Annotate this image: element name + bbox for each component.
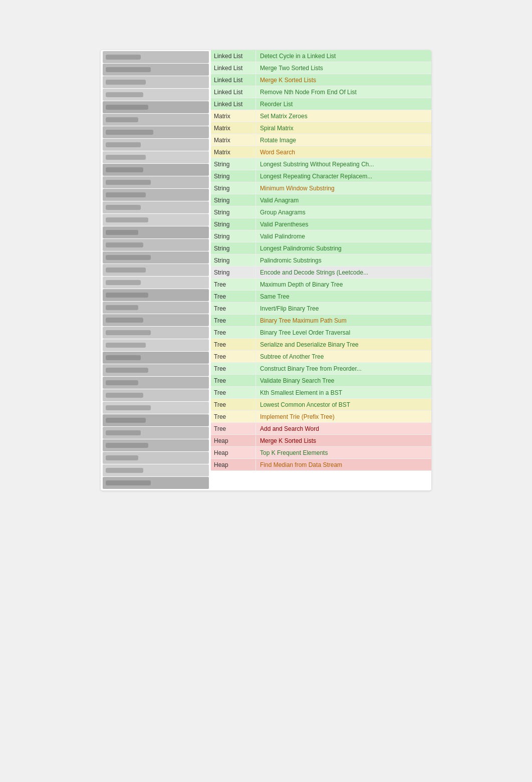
table-row[interactable]: TreeSame Tree	[211, 291, 431, 303]
category-cell: Tree	[211, 351, 256, 362]
problem-name-cell[interactable]: Valid Parentheses	[256, 219, 431, 230]
category-cell: Tree	[211, 399, 256, 410]
table-row[interactable]: MatrixWord Search	[211, 146, 431, 158]
table-row[interactable]: TreeSerialize and Deserialize Binary Tre…	[211, 339, 431, 351]
problem-name-cell[interactable]: Lowest Common Ancestor of BST	[256, 399, 431, 410]
problem-name-cell[interactable]: Reorder List	[256, 99, 431, 110]
table-row[interactable]: Linked ListMerge Two Sorted Lists	[211, 62, 431, 74]
problem-name-cell[interactable]: Invert/Flip Binary Tree	[256, 303, 431, 314]
table-row[interactable]: StringValid Palindrome	[211, 230, 431, 242]
left-row	[103, 201, 209, 213]
table-row[interactable]: TreeBinary Tree Maximum Path Sum	[211, 315, 431, 327]
category-cell: Tree	[211, 327, 256, 338]
table-row[interactable]: StringLongest Palindromic Substring	[211, 242, 431, 254]
left-row	[103, 377, 209, 389]
problem-name-cell[interactable]: Valid Palindrome	[256, 231, 431, 242]
problem-name-cell[interactable]: Validate Binary Search Tree	[256, 375, 431, 386]
table-row[interactable]: Linked ListDetect Cycle in a Linked List	[211, 50, 431, 62]
left-row	[103, 339, 209, 351]
left-row	[103, 389, 209, 401]
table-row[interactable]: StringLongest Repeating Character Replac…	[211, 170, 431, 182]
page-wrapper: Linked ListDetect Cycle in a Linked List…	[0, 0, 532, 782]
table-row[interactable]: MatrixSpiral Matrix	[211, 122, 431, 134]
problem-name-cell[interactable]: Spiral Matrix	[256, 123, 431, 134]
problem-name-cell[interactable]: Add and Search Word	[256, 423, 431, 434]
table-row[interactable]: TreeAdd and Search Word	[211, 423, 431, 435]
category-cell: String	[211, 267, 256, 278]
problem-name-cell[interactable]: Same Tree	[256, 291, 431, 302]
category-cell: Tree	[211, 279, 256, 290]
problem-name-cell[interactable]: Encode and Decode Strings (Leetcode...	[256, 267, 431, 278]
problem-name-cell[interactable]: Find Median from Data Stream	[256, 459, 431, 470]
table-row[interactable]: Linked ListRemove Nth Node From End Of L…	[211, 86, 431, 98]
left-row	[103, 364, 209, 376]
left-row	[103, 76, 209, 88]
table-row[interactable]: StringValid Parentheses	[211, 218, 431, 230]
left-row	[103, 251, 209, 264]
table-row[interactable]: TreeImplement Trie (Prefix Tree)	[211, 411, 431, 423]
table-row[interactable]: Linked ListMerge K Sorted Lists	[211, 74, 431, 86]
problem-name-cell[interactable]: Remove Nth Node From End Of List	[256, 87, 431, 98]
problem-name-cell[interactable]: Valid Anagram	[256, 195, 431, 206]
table-row[interactable]: TreeBinary Tree Level Order Traversal	[211, 327, 431, 339]
left-row	[103, 89, 209, 101]
problem-name-cell[interactable]: Top K Frequent Elements	[256, 447, 431, 458]
left-row	[103, 239, 209, 251]
table-row[interactable]: TreeValidate Binary Search Tree	[211, 375, 431, 387]
table-row[interactable]: StringMinimum Window Substring	[211, 182, 431, 194]
problem-name-cell[interactable]: Kth Smallest Element in a BST	[256, 387, 431, 398]
table-row[interactable]: StringLongest Substring Without Repeatin…	[211, 158, 431, 170]
table-row[interactable]: TreeSubtree of Another Tree	[211, 351, 431, 363]
problem-name-cell[interactable]: Longest Repeating Character Replacem...	[256, 171, 431, 182]
content-columns: Linked ListDetect Cycle in a Linked List…	[211, 50, 431, 490]
problem-name-cell[interactable]: Construct Binary Tree from Preorder...	[256, 363, 431, 374]
table-row[interactable]: HeapFind Median from Data Stream	[211, 459, 431, 471]
category-cell: String	[211, 219, 256, 230]
problem-name-cell[interactable]: Maximum Depth of Binary Tree	[256, 279, 431, 290]
table-row[interactable]: StringValid Anagram	[211, 194, 431, 206]
problem-name-cell[interactable]: Minimum Window Substring	[256, 183, 431, 194]
table-row[interactable]: TreeInvert/Flip Binary Tree	[211, 303, 431, 315]
table-row[interactable]: TreeKth Smallest Element in a BST	[211, 387, 431, 399]
category-cell: Matrix	[211, 123, 256, 134]
problem-name-cell[interactable]: Binary Tree Level Order Traversal	[256, 327, 431, 338]
table-row[interactable]: StringPalindromic Substrings	[211, 254, 431, 267]
category-cell: Tree	[211, 363, 256, 374]
category-cell: String	[211, 171, 256, 182]
left-row	[103, 126, 209, 138]
problem-name-cell[interactable]: Palindromic Substrings	[256, 255, 431, 266]
problem-name-cell[interactable]: Subtree of Another Tree	[256, 351, 431, 362]
problem-name-cell[interactable]: Implement Trie (Prefix Tree)	[256, 411, 431, 422]
left-row	[103, 402, 209, 414]
table-row[interactable]: HeapTop K Frequent Elements	[211, 447, 431, 459]
problem-name-cell[interactable]: Binary Tree Maximum Path Sum	[256, 315, 431, 326]
table-row[interactable]: StringGroup Anagrams	[211, 206, 431, 218]
problem-name-cell[interactable]: Longest Palindromic Substring	[256, 243, 431, 254]
problem-name-cell[interactable]: Longest Substring Without Repeating Ch..…	[256, 159, 431, 170]
category-cell: Heap	[211, 435, 256, 446]
table-row[interactable]: MatrixSet Matrix Zeroes	[211, 110, 431, 122]
table-row[interactable]: MatrixRotate Image	[211, 134, 431, 146]
problem-name-cell[interactable]: Serialize and Deserialize Binary Tree	[256, 339, 431, 350]
left-row	[103, 114, 209, 126]
problem-name-cell[interactable]: Set Matrix Zeroes	[256, 111, 431, 122]
left-row	[103, 352, 209, 364]
table-row[interactable]: Linked ListReorder List	[211, 98, 431, 110]
table-row[interactable]: StringEncode and Decode Strings (Leetcod…	[211, 267, 431, 279]
problem-name-cell[interactable]: Merge K Sorted Lists	[256, 75, 431, 86]
problem-name-cell[interactable]: Merge K Sorted Lists	[256, 435, 431, 446]
problem-name-cell[interactable]: Word Search	[256, 147, 431, 158]
left-row	[103, 264, 209, 276]
left-row	[103, 176, 209, 188]
table-row[interactable]: TreeMaximum Depth of Binary Tree	[211, 279, 431, 291]
table-row[interactable]: HeapMerge K Sorted Lists	[211, 435, 431, 447]
left-row	[103, 277, 209, 289]
problem-name-cell[interactable]: Merge Two Sorted Lists	[256, 63, 431, 74]
category-cell: Tree	[211, 375, 256, 386]
problem-name-cell[interactable]: Rotate Image	[256, 135, 431, 146]
problem-name-cell[interactable]: Detect Cycle in a Linked List	[256, 51, 431, 62]
table-row[interactable]: TreeConstruct Binary Tree from Preorder.…	[211, 363, 431, 375]
left-row	[103, 164, 209, 176]
problem-name-cell[interactable]: Group Anagrams	[256, 207, 431, 218]
table-row[interactable]: TreeLowest Common Ancestor of BST	[211, 399, 431, 411]
